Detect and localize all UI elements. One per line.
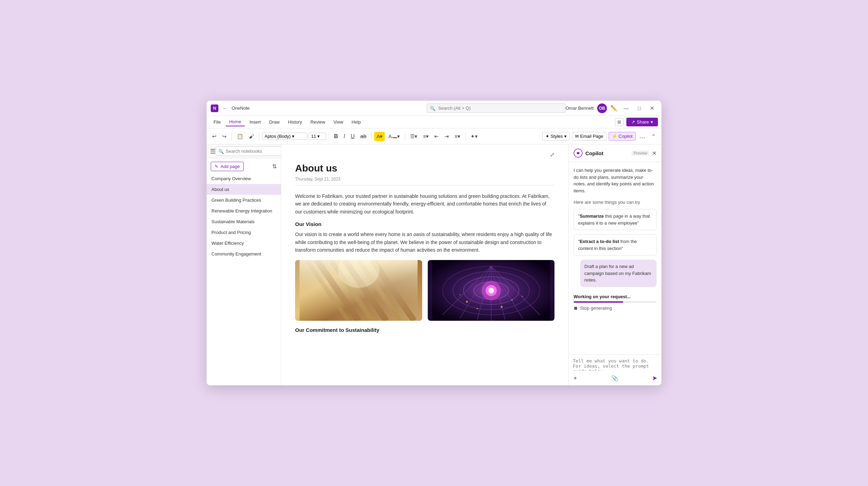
pages-header: ✎ Add page ⇅ [207,158,281,173]
title-search: 🔍 [427,103,566,113]
copilot-label: Copilot [619,134,633,139]
menu-draw[interactable]: Draw [266,118,283,126]
add-page-button[interactable]: ✎ Add page [211,162,244,171]
font-size-chevron-icon: ▾ [317,134,320,139]
copilot-suggestion-1[interactable]: "Summarize this page in a way that expla… [574,209,657,230]
pages-sidebar: ☰ 🔍 ✎ Add page ⇅ Company Overview About … [207,144,281,385]
note-images [295,260,554,321]
font-family-selector[interactable]: Aptos (Body) ▾ [262,133,307,140]
copilot-clip-button[interactable]: 📎 [611,375,618,382]
copilot-try-label: Here are some things you can try [574,200,657,205]
stop-generating-label: Stop generating [580,305,612,311]
app-title: OneNote [232,106,250,111]
menu-review[interactable]: Review [307,118,329,126]
page-item-sustainable-materials[interactable]: Sustainable Materials [207,216,281,227]
copilot-working-label: Working on your request... [574,294,657,299]
page-item-community-engagement[interactable]: Community Engagement [207,249,281,259]
redo-button[interactable]: ↪ [220,132,229,141]
share-label: Share [637,119,649,125]
insert-special-button[interactable]: ✦▾ [468,132,480,141]
styles-chevron-icon: ▾ [564,134,567,139]
copilot-ribbon-button[interactable]: ⚡ Copilot [609,132,636,141]
svg-point-31 [577,152,579,154]
menu-view[interactable]: View [330,118,347,126]
page-item-water-efficiency[interactable]: Water Efficiency [207,238,281,249]
ribbon-divider-5 [405,132,405,141]
share-button[interactable]: ↗ Share ▾ [626,118,658,126]
menu-file[interactable]: File [210,118,224,126]
hamburger-menu-button[interactable]: ☰ [210,148,216,155]
copilot-attach-button[interactable]: ✦ [573,375,577,382]
onenote-icon: N [211,104,218,112]
email-page-button[interactable]: ✉ Email Page [572,132,606,141]
close-button[interactable]: ✕ [647,104,657,112]
copilot-suggestion-2[interactable]: "Extract a to-do list from the content i… [574,234,657,255]
ribbon-right: ✦ Styles ▾ ✉ Email Page ⚡ Copilot ... ⌃ [542,131,658,141]
stop-icon: ⏹ [574,305,578,311]
main-area: ☰ 🔍 ✎ Add page ⇅ Company Overview About … [207,144,661,385]
copilot-close-button[interactable]: ✕ [652,150,657,157]
menu-insert[interactable]: Insert [246,118,265,126]
numbered-list-button[interactable]: ≡▾ [421,132,431,141]
note-date: Thursday, Sept 21, 2023 [295,177,554,185]
minimize-button[interactable]: — [621,104,632,112]
note-image-dome [428,260,555,321]
add-page-icon: ✎ [215,164,218,169]
more-button[interactable]: ... [638,131,647,141]
page-item-renewable-energy[interactable]: Renewable Energy Integration [207,206,281,216]
sidebar-toggle-button[interactable]: ⊞ [615,118,624,126]
styles-button[interactable]: ✦ Styles ▾ [542,132,570,141]
format-painter-button[interactable]: 🖌 [247,132,256,141]
back-button[interactable]: ← [221,104,229,112]
user-name: Omar Bennett [566,106,594,111]
ribbon-collapse-button[interactable]: ⌃ [649,132,658,141]
share-chevron-icon: ▾ [651,119,653,125]
note-paragraph-2: Our vision is to create a world where ev… [295,231,554,254]
sort-button[interactable]: ⇅ [272,163,277,170]
search-notebooks-input[interactable] [216,146,281,156]
ribbon-divider-6 [465,132,466,141]
copilot-input[interactable] [573,358,657,371]
menu-home[interactable]: Home [226,118,245,126]
copilot-intro: I can help you generate ideas, make to-d… [574,167,657,194]
menu-bar-right: ⊞ ↗ Share ▾ [615,118,658,126]
svg-point-25 [476,308,478,309]
page-item-about-us[interactable]: About us [207,184,281,195]
copilot-send-button[interactable]: ➤ [652,374,657,382]
bold-button[interactable]: B [332,132,340,141]
top-search-area: ☰ 🔍 [207,144,281,158]
clipboard-button[interactable]: 📋 [235,132,245,141]
italic-button[interactable]: I [342,132,347,141]
pen-button[interactable]: ✏️ [610,105,617,111]
svg-point-23 [488,288,494,293]
increase-indent-button[interactable]: ⇥ [442,132,451,141]
align-button[interactable]: ≡▾ [452,132,462,141]
font-size-value: 11 [311,134,316,139]
copilot-working-section: Working on your request... ⏹ Stop genera… [574,294,657,311]
stop-generating-button[interactable]: ⏹ Stop generating [574,305,612,311]
dome-image-svg [428,260,555,321]
undo-button[interactable]: ↩ [210,132,219,141]
page-item-company-overview[interactable]: Company Overview [207,173,281,184]
note-body: Welcome to Fabrikam, your trusted partne… [295,192,554,333]
share-icon: ↗ [631,119,635,125]
strikethrough-button[interactable]: ab [358,132,369,141]
expand-button[interactable]: ⤢ [550,151,554,158]
title-search-input[interactable] [427,103,566,113]
copilot-panel: Copilot Preview ✕ I can help you generat… [568,144,661,385]
font-size-selector[interactable]: 11 ▾ [309,133,326,140]
page-item-green-building[interactable]: Green Building Practices [207,195,281,206]
underline-button[interactable]: U [349,132,357,141]
copilot-preview-badge: Preview [632,151,649,156]
bullets-button[interactable]: ☰▾ [408,132,419,141]
ribbon: ↩ ↪ 📋 🖌 Aptos (Body) ▾ 11 ▾ B I U ab A▾ … [207,128,661,144]
menu-help[interactable]: Help [348,118,365,126]
note-paragraph-1: Welcome to Fabrikam, your trusted partne… [295,192,554,216]
decrease-indent-button[interactable]: ⇤ [432,132,441,141]
font-color-button[interactable]: A▾ [386,132,402,141]
maximize-button[interactable]: □ [635,104,644,112]
page-item-product-pricing[interactable]: Product and Pricing [207,227,281,238]
menu-history[interactable]: History [285,118,306,126]
email-label: Email Page [580,134,603,139]
highlight-button[interactable]: A▾ [374,132,385,141]
